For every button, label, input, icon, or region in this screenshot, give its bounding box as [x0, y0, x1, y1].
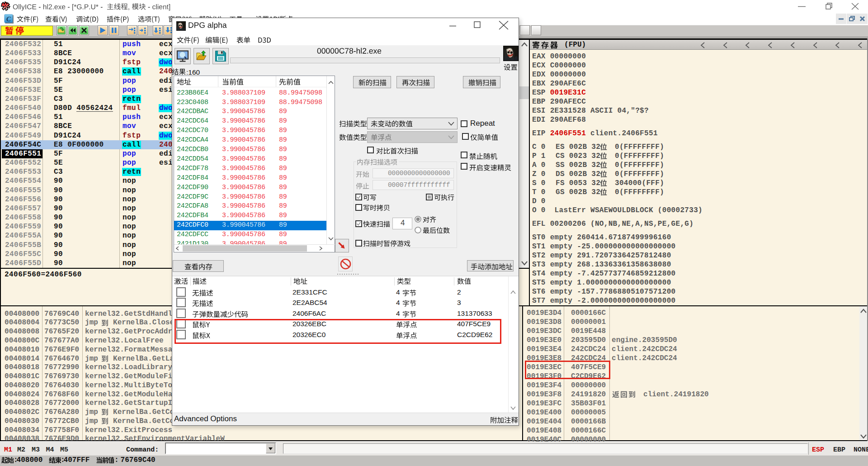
svg-text:C: C: [6, 15, 11, 23]
